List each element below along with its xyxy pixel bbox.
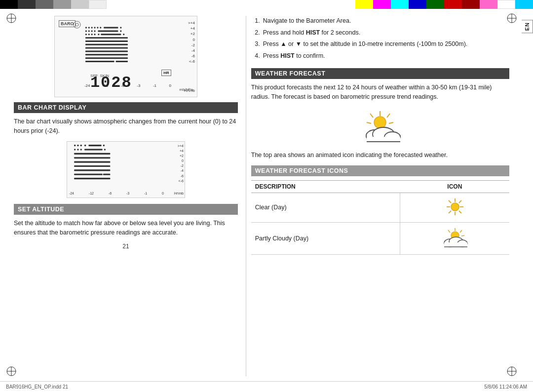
- svg-rect-55: [74, 153, 110, 155]
- set-altitude-text: Set the altitude to match how far above …: [14, 219, 238, 238]
- top-color-bar: [0, 0, 533, 9]
- svg-point-13: [76, 23, 78, 26]
- table-row-clear-day: Clear (Day): [251, 193, 509, 222]
- svg-point-68: [374, 117, 386, 128]
- svg-rect-24: [91, 30, 93, 32]
- swatch-white: [89, 0, 107, 9]
- step-4: 4. Press HIST to confirm.: [251, 51, 509, 61]
- set-altitude-section-header: SET ALTITUDE: [14, 204, 238, 215]
- svg-rect-58: [74, 165, 110, 167]
- step-3: 3. Press ▲ or ▼ to set the altitude in 1…: [251, 39, 509, 49]
- partly-cloudy-icon: [400, 222, 509, 254]
- y-axis-labels: >+4 +4 +2 0 -2 -4 -6 <-6: [188, 20, 195, 65]
- svg-rect-23: [88, 30, 90, 32]
- svg-rect-39: [85, 51, 128, 52]
- step-4-num: 4.: [251, 51, 260, 61]
- svg-point-87: [451, 203, 459, 211]
- svg-rect-43: [115, 61, 127, 62]
- forecast-icon-area: [251, 109, 509, 146]
- svg-rect-37: [85, 44, 128, 45]
- svg-rect-60: [74, 173, 103, 175]
- swatch-darkred: [462, 0, 480, 9]
- svg-rect-35: [85, 37, 128, 39]
- pressure-display: 1028: [90, 74, 132, 92]
- svg-rect-42: [85, 61, 114, 62]
- page-number: 21: [14, 243, 238, 250]
- svg-point-12: [74, 21, 80, 28]
- swatch-green: [426, 0, 444, 9]
- step-3-text: Press ▲ or ▼ to set the altitude in 10-m…: [263, 39, 468, 49]
- svg-line-83: [449, 200, 451, 203]
- svg-rect-25: [94, 30, 95, 32]
- svg-rect-29: [88, 34, 90, 35]
- svg-rect-15: [88, 27, 90, 29]
- left-column: BARO: [9, 11, 246, 381]
- svg-rect-19: [100, 27, 101, 29]
- baro-chart-inner: [84, 20, 171, 82]
- mini-x-axis: -24 -12 -6 -3 -1 0: [69, 192, 164, 195]
- svg-rect-77: [367, 137, 400, 142]
- svg-rect-45: [77, 145, 78, 146]
- svg-rect-53: [84, 149, 103, 150]
- table-header-icon: ICON: [400, 180, 509, 193]
- mini-y-axis: >+4 +4 +2 0 -2 -4 -6 <-6: [178, 144, 184, 184]
- mini-chart-container: >+4 +4 +2 0 -2 -4 -6 <-6 -24 -12 -6 -3 -…: [14, 141, 238, 198]
- clear-day-label: Clear (Day): [251, 193, 400, 222]
- svg-rect-33: [101, 34, 121, 35]
- step-2-num: 2.: [251, 28, 260, 38]
- baro-device: BARO: [54, 16, 197, 97]
- svg-rect-22: [85, 30, 87, 32]
- svg-rect-56: [74, 157, 110, 158]
- swatch-blue: [409, 0, 426, 9]
- swatch-yellow: [355, 0, 373, 9]
- svg-rect-38: [85, 47, 128, 49]
- svg-line-84: [459, 211, 461, 213]
- svg-rect-27: [120, 30, 121, 32]
- weather-forecast-header: WEATHER FORECAST: [251, 68, 509, 79]
- weather-forecast-text1: This product forecasts the next 12 to 24…: [251, 83, 509, 102]
- bar-chart-section-header: BAR CHART DISPLAY: [14, 102, 238, 113]
- svg-rect-41: [85, 57, 128, 59]
- baro-icon: [73, 20, 81, 31]
- svg-line-89: [460, 230, 462, 233]
- svg-rect-44: [74, 145, 76, 146]
- step-3-num: 3.: [251, 39, 260, 49]
- baro-display-area: BARO: [14, 16, 238, 97]
- mini-hr-mb: Hr\mb: [174, 192, 184, 195]
- weather-forecast-text2: The top area shows an animated icon indi…: [251, 151, 509, 160]
- step-2-text: Press and hold HIST for 2 seconds.: [263, 28, 360, 38]
- mini-bar-chart: >+4 +4 +2 0 -2 -4 -6 <-6 -24 -12 -6 -3 -…: [67, 141, 185, 198]
- mb-hpa-label: mb/hPa: [179, 87, 193, 92]
- svg-rect-59: [74, 169, 110, 171]
- hr-box: HR: [161, 70, 171, 76]
- svg-rect-96: [444, 242, 467, 247]
- step-4-text: Press HIST to confirm.: [263, 51, 325, 61]
- svg-rect-31: [94, 34, 95, 35]
- table-row-partly-cloudy: Partly Cloudy (Day): [251, 222, 509, 254]
- partly-cloudy-label: Partly Cloudy (Day): [251, 222, 400, 254]
- svg-line-90: [461, 235, 464, 236]
- right-column: 1. Navigate to the Barometer Area. 2. Pr…: [246, 11, 524, 381]
- svg-rect-52: [80, 149, 82, 150]
- weather-icons-table: DESCRIPTION ICON Clear (Day): [251, 180, 509, 255]
- swatch-gray: [36, 0, 53, 9]
- swatch-pink: [480, 0, 497, 9]
- svg-rect-47: [84, 145, 86, 146]
- table-header-description: DESCRIPTION: [251, 180, 400, 193]
- svg-rect-51: [77, 149, 78, 150]
- swatch-verylightgray: [71, 0, 89, 9]
- step-1-num: 1.: [251, 16, 260, 26]
- svg-rect-16: [91, 27, 93, 29]
- svg-rect-30: [91, 34, 93, 35]
- swatch-darkgray: [18, 0, 36, 9]
- svg-line-86: [449, 211, 451, 213]
- svg-rect-62: [74, 178, 110, 179]
- svg-rect-61: [103, 173, 111, 175]
- svg-rect-54: [104, 149, 106, 150]
- bottom-bar-right: 5/8/06 11:24:06 AM: [484, 384, 527, 390]
- swatch-white2: [497, 0, 515, 9]
- step-2: 2. Press and hold HIST for 2 seconds.: [251, 28, 509, 38]
- bottom-bar-left: BAR916HG_EN_OP.indd 21: [6, 384, 68, 390]
- svg-line-91: [448, 230, 450, 233]
- swatch-cyan: [391, 0, 409, 9]
